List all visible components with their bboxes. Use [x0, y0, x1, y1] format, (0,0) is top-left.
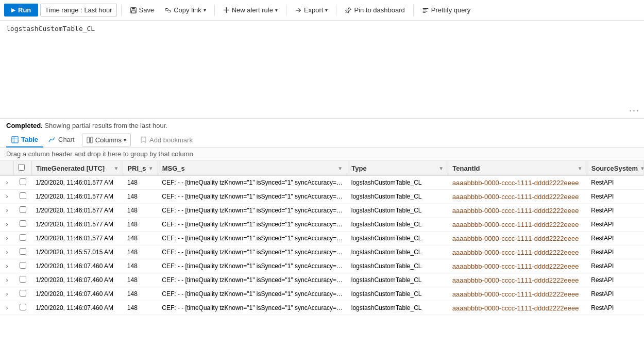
time-cell: 1/20/2020, 11:45:57.015 AM [31, 245, 123, 259]
source-cell: RestAPI [587, 301, 643, 315]
expand-cell[interactable]: › [0, 176, 14, 190]
msg-cell: CEF: - - [timeQuality tzKnown="1" isSync… [158, 273, 347, 287]
col-source-header[interactable]: SourceSystem ▼ [587, 161, 643, 176]
expand-cell[interactable]: › [0, 287, 14, 301]
add-bookmark-button[interactable]: Add bookmark [135, 134, 198, 146]
select-all-checkbox[interactable] [18, 164, 25, 171]
drag-hint: Drag a column header and drop it here to… [0, 147, 644, 161]
run-button[interactable]: ▶ Run [4, 4, 38, 17]
expand-cell[interactable]: › [0, 232, 14, 245]
export-chevron: ▾ [325, 7, 328, 13]
check-cell[interactable] [14, 232, 31, 245]
table-header: TimeGenerated [UTC] ▼ PRI_s ▼ MSG_s ▼ [0, 161, 644, 176]
check-cell[interactable] [14, 301, 31, 315]
type-cell: logstashCustomTable_CL [347, 176, 448, 190]
source-cell: RestAPI [587, 176, 643, 190]
col-pri-label: PRI_s [127, 165, 146, 172]
tenant-value: aaaabbbb-0000-cccc-1111-dddd2222eeee [452, 193, 579, 201]
separator-2 [214, 5, 215, 16]
check-cell[interactable] [14, 204, 31, 218]
type-cell: logstashCustomTable_CL [347, 204, 448, 218]
col-msg-label: MSG_s [162, 165, 185, 172]
row-checkbox[interactable] [20, 262, 26, 269]
msg-cell: CEF: - - [timeQuality tzKnown="1" isSync… [158, 218, 347, 232]
tab-chart[interactable]: Chart [43, 133, 80, 147]
columns-button[interactable]: Columns ▾ [82, 134, 131, 146]
expand-button[interactable]: › [6, 249, 8, 256]
check-cell[interactable] [14, 259, 31, 273]
export-button[interactable]: Export ▾ [291, 4, 332, 16]
check-cell[interactable] [14, 218, 31, 232]
expand-cell[interactable]: › [0, 190, 14, 204]
expand-button[interactable]: › [6, 304, 8, 311]
table-row: › 1/20/2020, 11:46:01.577 AM 148 CEF: - … [0, 204, 644, 218]
tenant-value: aaaabbbb-0000-cccc-1111-dddd2222eeee [452, 235, 579, 242]
expand-button[interactable]: › [6, 207, 8, 214]
svg-rect-14 [90, 137, 93, 142]
msg-cell: CEF: - - [timeQuality tzKnown="1" isSync… [158, 259, 347, 273]
query-area[interactable]: logstashCustomTable_CL ··· [0, 21, 644, 119]
expand-button[interactable]: › [6, 262, 8, 270]
expand-button[interactable]: › [6, 193, 8, 200]
table-row: › 1/20/2020, 11:46:01.577 AM 148 CEF: - … [0, 190, 644, 204]
row-checkbox[interactable] [20, 234, 26, 241]
new-alert-rule-button[interactable]: New alert rule ▾ [219, 4, 282, 16]
tenant-value: aaaabbbb-0000-cccc-1111-dddd2222eeee [452, 221, 579, 228]
col-type-header[interactable]: Type ▼ [347, 161, 448, 176]
table-container[interactable]: TimeGenerated [UTC] ▼ PRI_s ▼ MSG_s ▼ [0, 161, 644, 320]
col-tenant-header[interactable]: TenantId ▼ [448, 161, 587, 176]
expand-button[interactable]: › [6, 276, 8, 284]
expand-button[interactable]: › [6, 290, 8, 298]
query-text[interactable]: logstashCustomTable_CL [6, 25, 638, 32]
tab-table[interactable]: Table [6, 133, 43, 147]
expand-button[interactable]: › [6, 235, 8, 242]
row-checkbox[interactable] [20, 206, 26, 213]
table-row: › 1/20/2020, 11:46:01.577 AM 148 CEF: - … [0, 232, 644, 245]
table-row: › 1/20/2020, 11:46:07.460 AM 148 CEF: - … [0, 287, 644, 301]
columns-label: Columns [95, 136, 122, 144]
col-time-header[interactable]: TimeGenerated [UTC] ▼ [31, 161, 123, 176]
source-cell: RestAPI [587, 218, 643, 232]
row-checkbox[interactable] [20, 276, 26, 283]
row-checkbox[interactable] [20, 220, 26, 227]
type-cell: logstashCustomTable_CL [347, 273, 448, 287]
row-checkbox[interactable] [20, 304, 26, 310]
pri-cell: 148 [123, 287, 158, 301]
table-icon [11, 136, 19, 143]
col-pri-header[interactable]: PRI_s ▼ [123, 161, 158, 176]
dots-menu[interactable]: ··· [629, 105, 640, 116]
col-tenant-label: TenantId [452, 165, 480, 172]
tenant-cell: aaaabbbb-0000-cccc-1111-dddd2222eeee [448, 273, 587, 287]
copy-link-button[interactable]: Copy link ▾ [160, 4, 210, 16]
save-button[interactable]: Save [126, 4, 159, 16]
pin-to-dashboard-button[interactable]: Pin to dashboard [341, 4, 409, 16]
time-range-button[interactable]: Time range : Last hour [40, 4, 116, 17]
check-cell[interactable] [14, 176, 31, 190]
expand-cell[interactable]: › [0, 204, 14, 218]
check-cell[interactable] [14, 190, 31, 204]
expand-button[interactable]: › [6, 221, 8, 228]
check-cell[interactable] [14, 287, 31, 301]
svg-rect-2 [131, 10, 135, 12]
row-checkbox[interactable] [20, 248, 26, 255]
col-msg-header[interactable]: MSG_s ▼ [158, 161, 347, 176]
check-cell[interactable] [14, 245, 31, 259]
expand-cell[interactable]: › [0, 245, 14, 259]
expand-cell[interactable]: › [0, 301, 14, 315]
col-check-header [14, 161, 31, 176]
save-label: Save [139, 6, 155, 14]
expand-cell[interactable]: › [0, 259, 14, 273]
table-row: › 1/20/2020, 11:45:57.015 AM 148 CEF: - … [0, 245, 644, 259]
expand-button[interactable]: › [6, 179, 8, 186]
expand-cell[interactable]: › [0, 218, 14, 232]
separator-5 [413, 5, 414, 16]
check-cell[interactable] [14, 273, 31, 287]
col-expand-header [0, 161, 14, 176]
status-bold: Completed. [6, 122, 43, 129]
row-checkbox[interactable] [20, 192, 26, 199]
row-checkbox[interactable] [20, 290, 26, 297]
prettify-query-button[interactable]: Prettify query [418, 4, 475, 16]
expand-cell[interactable]: › [0, 273, 14, 287]
pri-cell: 148 [123, 204, 158, 218]
row-checkbox[interactable] [20, 178, 26, 185]
